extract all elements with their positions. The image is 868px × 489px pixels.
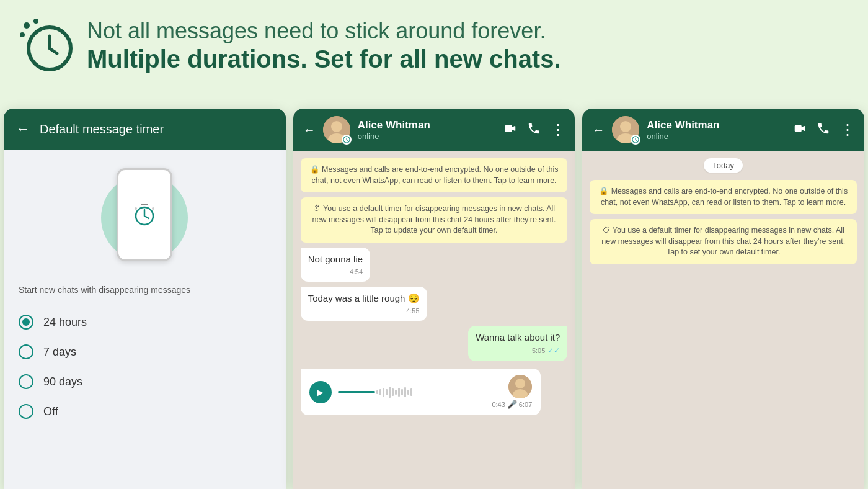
phone-body [117,168,172,261]
section-label: Start new chats with disappearing messag… [19,285,271,295]
svg-point-5 [135,207,137,210]
phone-timer-icon [132,202,157,227]
radio-label-90d: 90 days [43,375,82,388]
radio-option-24h[interactable]: 24 hours [19,307,271,337]
radio-option-off[interactable]: Off [19,397,271,426]
svg-point-2 [33,19,38,24]
chat2-msg-2-text: Today was a little rough 😔 [308,293,420,303]
chat2-voice-row: ▶ [301,366,568,415]
timer-icon-large [19,17,74,73]
chat2-call-icon[interactable] [527,122,541,138]
panel1-header: ← Default message timer [4,109,286,150]
chat2-msg-2-bubble: Today was a little rough 😔 4:55 [301,287,427,321]
banner-text: Not all messages need to stick around fo… [87,17,561,74]
chat2-msg-2-row: Today was a little rough 😔 4:55 [301,287,568,321]
chat2-header-info: Alice Whitman online [358,119,497,141]
chat2-msg-3-bubble: Wanna talk about it? 5:05 ✓✓ [468,326,567,361]
radio-option-90d[interactable]: 90 days [19,367,271,397]
panels-container: ← Default message timer [0,109,868,489]
chat3-timer-badge-icon [632,136,639,143]
chat2-msg-1-meta: 4:54 [308,267,363,277]
chat2-avatar-container [323,116,350,143]
phone-outer [107,168,182,267]
chat3-contact-name: Alice Whitman [647,119,786,132]
chat2-system-msg-1[interactable]: 🔒 Messages and calls are end-to-end encr… [301,158,568,192]
chat2-msg-2-meta: 4:55 [308,307,420,316]
radio-label-off: Off [43,405,58,418]
svg-point-3 [20,32,25,37]
chat2-msg-3-time: 5:05 [532,346,545,356]
chat2-waveform [338,385,486,400]
chat2-back-arrow[interactable]: ← [303,123,316,137]
voice-duration: 0:43 [492,401,505,408]
svg-point-1 [24,22,30,29]
voice-meta: 0:43 🎤 6:07 [492,400,532,409]
radio-circle-7d[interactable] [19,344,33,359]
radio-label-24h: 24 hours [43,316,87,329]
chat3-system-msg-2[interactable]: ⏱ You use a default timer for disappeari… [590,219,857,264]
chat3-body: Today 🔒 Messages and calls are end-to-en… [582,151,864,489]
chat2-voice-bubble: ▶ [301,369,541,415]
top-banner: Not all messages need to stick around fo… [0,0,868,86]
voice-right-col: 0:43 🎤 6:07 [492,375,532,409]
chat3-header-info: Alice Whitman online [647,119,786,141]
mic-icon: 🎤 [507,400,517,409]
chat3-more-icon[interactable]: ⋮ [840,121,854,138]
panel-default-timer: ← Default message timer [4,109,286,489]
chat2-timer-badge [342,135,352,145]
radio-circle-off[interactable] [19,404,33,419]
chat2-msg-1-time: 4:54 [350,267,363,277]
chat2-play-button[interactable]: ▶ [309,381,332,403]
chat3-back-arrow[interactable]: ← [592,123,604,137]
radio-label-7d: 7 days [43,346,76,359]
chat2-voice-avatar [508,375,532,398]
banner-line2: Multiple durations. Set for all new chat… [87,44,561,74]
chat2-msg-3-row: Wanna talk about it? 5:05 ✓✓ [301,326,568,361]
chat3-avatar-container [612,116,639,143]
chat3-date-badge: Today [704,158,743,173]
radio-circle-24h[interactable] [19,315,33,330]
chat2-msg-3-ticks: ✓✓ [547,346,560,356]
chat2-msg-3-meta: 5:05 ✓✓ [476,346,560,356]
radio-dot-24h [22,318,30,326]
banner-line1: Not all messages need to stick around fo… [87,17,561,44]
svg-point-6 [152,207,154,210]
svg-point-8 [331,121,342,132]
phone-illustration [19,168,271,267]
chat2-system-msg-2[interactable]: ⏱ You use a default timer for disappeari… [301,197,568,243]
chat2-header: ← Alice Whitman on [293,109,575,151]
chat3-header: ← Alice Whitman on [582,109,864,151]
svg-point-15 [620,121,631,132]
chat2-more-icon[interactable]: ⋮ [551,121,565,138]
chat2-msg-3-text: Wanna talk about it? [476,332,560,343]
chat2-msg-1-text: Not gonna lie [308,254,363,264]
chat3-video-icon[interactable] [793,122,807,138]
chat2-msg-1-bubble: Not gonna lie 4:54 [301,248,370,282]
chat3-call-icon[interactable] [817,122,830,138]
panel-chat-3: ← Alice Whitman on [582,109,864,489]
chat2-video-icon[interactable] [503,122,517,138]
chat3-status: online [647,132,786,141]
chat2-status: online [358,132,497,141]
chat3-system-msg-1[interactable]: 🔒 Messages and calls are end-to-end encr… [590,180,857,214]
panel1-back-arrow[interactable]: ← [16,121,30,137]
radio-circle-90d[interactable] [19,374,33,389]
chat2-header-icons: ⋮ [503,121,565,138]
panel-chat-2: ← Alice Whitman on [293,109,575,489]
chat2-waveform-progress [338,391,375,393]
chat2-contact-name: Alice Whitman [358,119,497,132]
chat2-msg-1-row: Not gonna lie 4:54 [301,248,568,282]
chat3-timer-badge [631,135,640,145]
timer-badge-icon [343,136,350,143]
radio-option-7d[interactable]: 7 days [19,337,271,367]
panel1-title: Default message timer [40,122,164,137]
panel1-body: Start new chats with disappearing messag… [4,150,286,489]
svg-point-12 [515,379,525,388]
chat2-body: 🔒 Messages and calls are end-to-end encr… [293,151,575,489]
chat2-msg-2-time: 4:55 [406,307,419,316]
chat3-header-icons: ⋮ [793,121,854,138]
voice-time: 6:07 [519,401,532,408]
